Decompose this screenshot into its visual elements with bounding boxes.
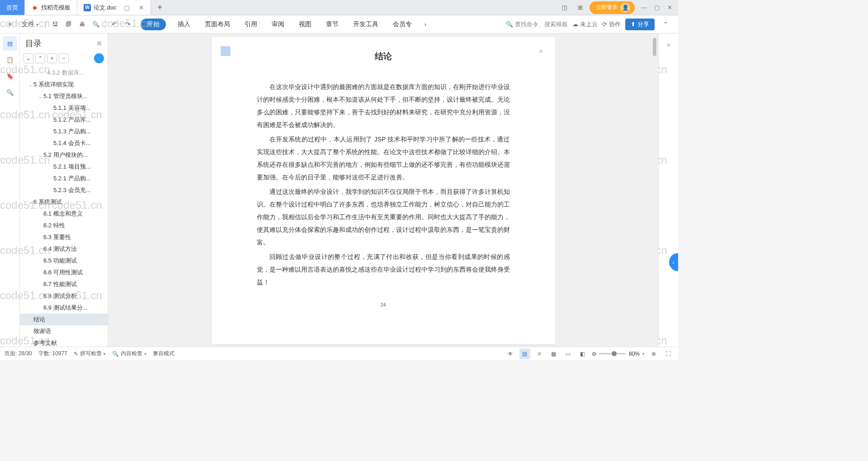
outline-item-truncated[interactable]: 4.3.2 数据库... xyxy=(20,67,108,79)
doc-paragraph: 在这次毕业设计中遇到的最困难的方面就是在数据库方面的知识，在刚开始进行毕业设计的… xyxy=(257,80,510,131)
badge-icon[interactable] xyxy=(94,53,104,63)
tab-home[interactable]: 首页 xyxy=(0,0,25,15)
more-icon[interactable]: › xyxy=(419,18,432,31)
outline-view2-icon[interactable]: ≡ xyxy=(534,348,545,359)
minimize-button[interactable]: — xyxy=(638,2,650,14)
caret-icon[interactable]: ⌃ xyxy=(659,18,672,31)
outline-item[interactable]: 6.9 测试结果分... xyxy=(20,302,108,314)
word-counter[interactable]: 字数: 10977 xyxy=(38,350,67,358)
doc-paragraph: 回顾过去做毕业设计的整个过程，充满了付出和收获，但是当你看到成果的时候的感觉，是… xyxy=(257,250,510,288)
outline-item[interactable]: 5.1.2 产品库... xyxy=(20,114,108,126)
spellcheck-button[interactable]: ✎拼写检查 ▾ xyxy=(74,350,106,358)
close-icon[interactable]: ✕ xyxy=(139,4,144,11)
chevron-down-icon[interactable]: ⌄ xyxy=(37,153,43,158)
outline-item[interactable]: ⌄5 系统详细实现 xyxy=(20,79,108,90)
scrollbar-vertical[interactable] xyxy=(652,33,657,347)
outline-item[interactable]: ⌄5.2 用户模块的... xyxy=(20,149,108,161)
markup-icon[interactable]: ◧ xyxy=(577,348,588,359)
outline-close-icon[interactable]: ✕ xyxy=(96,39,102,48)
outline-item[interactable]: 5.1.3 产品购... xyxy=(20,126,108,137)
chevron-down-icon[interactable]: ⌄ xyxy=(27,200,33,205)
outline-item[interactable]: 5.2.3 会员充... xyxy=(20,184,108,196)
ribbon-tab-8[interactable]: 会员专 xyxy=(390,19,415,30)
expand-all-icon[interactable]: ⌃ xyxy=(35,53,45,63)
external-icon[interactable]: ▢ xyxy=(124,4,130,11)
outline-item[interactable]: 致谢语 xyxy=(20,325,108,337)
outline-item[interactable]: ⌄6 系统测试 xyxy=(20,196,108,208)
search-placeholder: 查找命令、搜索模板 xyxy=(515,20,568,28)
undo-icon[interactable]: ↶ xyxy=(108,18,121,31)
close-button[interactable]: ✕ xyxy=(664,2,675,14)
tab-document[interactable]: W 论文.doc ▢ ✕ xyxy=(77,0,151,15)
outline-item[interactable]: 5.2.1 项目预... xyxy=(20,161,108,173)
outline-item[interactable]: 5.1.1 美容项... xyxy=(20,102,108,114)
zoom-out-icon[interactable]: ⊖ xyxy=(592,351,596,357)
outline-item[interactable]: 6.8 测试分析 xyxy=(20,290,108,302)
outline-item[interactable]: 6.7 性能测试 xyxy=(20,278,108,290)
add-icon[interactable]: + xyxy=(47,53,57,63)
page-view-icon[interactable]: ▤ xyxy=(519,348,530,359)
ribbon-tab-7[interactable]: 开发工具 xyxy=(350,19,381,30)
clipboard-icon[interactable]: 📋 xyxy=(3,52,17,67)
fullscreen-icon[interactable]: ⛶ xyxy=(663,348,674,359)
ribbon-tab-0[interactable]: 开始 xyxy=(141,19,166,30)
eye-icon[interactable]: 👁 xyxy=(505,348,516,359)
web-view-icon[interactable]: ▦ xyxy=(548,348,559,359)
outline-item[interactable]: ⌄5.1 管理员模块... xyxy=(20,90,108,102)
page-menu-icon[interactable]: ≡ xyxy=(536,46,546,56)
outline-item[interactable]: 6.2 特性 xyxy=(20,220,108,231)
outline-view-icon[interactable]: ▤ xyxy=(3,36,17,51)
content-check-button[interactable]: 🔍内容检查 ▾ xyxy=(112,350,146,358)
save-icon[interactable]: 🖫 xyxy=(49,18,61,31)
redo-icon[interactable]: ↷ xyxy=(122,18,134,31)
tab-template[interactable]: ◆ 找稻壳模板 xyxy=(25,0,77,15)
bookmark-icon[interactable]: 🔖 xyxy=(3,69,17,83)
remove-icon[interactable]: − xyxy=(59,53,69,63)
compat-mode[interactable]: 兼容模式 xyxy=(153,350,175,358)
print-icon[interactable]: 🖶 xyxy=(76,18,89,31)
page-counter[interactable]: 页面: 28/30 xyxy=(5,350,32,358)
tab-add-button[interactable]: + xyxy=(151,0,169,15)
outline-item[interactable]: 5.2.1 产品购... xyxy=(20,173,108,184)
collab-button[interactable]: ⟳ 协作 xyxy=(602,20,621,28)
outline-item[interactable]: 5.1.4 会员卡... xyxy=(20,137,108,149)
ribbon-tab-4[interactable]: 审阅 xyxy=(269,19,287,30)
outline-item-label: 6.5 功能测试 xyxy=(43,257,77,265)
outline-item[interactable]: 6.3 重要性 xyxy=(20,231,108,243)
collapse-all-icon[interactable]: ⌄ xyxy=(24,53,33,63)
chevron-down-icon[interactable]: ⌄ xyxy=(37,94,43,99)
outline-item[interactable]: 6.1 概念和意义 xyxy=(20,208,108,220)
outline-item-label: 结论 xyxy=(33,315,45,324)
save-as-icon[interactable]: 🗐 xyxy=(62,18,75,31)
outline-item[interactable]: 结论 xyxy=(20,314,108,325)
login-label: 立即登录 xyxy=(596,4,618,11)
zoom-slider[interactable] xyxy=(599,353,626,354)
outline-item[interactable]: 参考文献 xyxy=(20,337,108,347)
share-button[interactable]: ⬆ 分享 xyxy=(625,19,655,30)
search-rail-icon[interactable]: 🔍 xyxy=(3,85,17,99)
ribbon-tab-3[interactable]: 引用 xyxy=(242,19,260,30)
ribbon-tab-1[interactable]: 插入 xyxy=(175,19,193,30)
ribbon-tab-2[interactable]: 页面布局 xyxy=(202,19,233,30)
right-menu-icon[interactable]: ≡ xyxy=(662,38,675,52)
zoom-control[interactable]: ⊖ 80% ▾ xyxy=(592,351,645,357)
search-input[interactable]: 🔍 查找命令、搜索模板 xyxy=(506,20,568,28)
maximize-button[interactable]: ▢ xyxy=(651,2,663,14)
read-view-icon[interactable]: ▭ xyxy=(563,348,574,359)
outline-item[interactable]: 6.6 可用性测试 xyxy=(20,267,108,278)
login-button[interactable]: 立即登录 👤 xyxy=(590,1,635,14)
print-preview-icon[interactable]: 🔍 xyxy=(90,18,102,31)
page-badge-icon[interactable] xyxy=(221,46,231,56)
chevron-down-icon[interactable]: ⌄ xyxy=(27,82,33,87)
outline-item[interactable]: 6.5 功能测试 xyxy=(20,255,108,267)
outline-item-label: 5.1.1 美容项... xyxy=(53,104,90,112)
apps-icon[interactable]: ⊞ xyxy=(574,2,586,14)
layout-icon[interactable]: ◫ xyxy=(559,2,571,14)
outline-item[interactable]: 6.4 测试方法 xyxy=(20,243,108,255)
file-menu[interactable]: 文件 ▾ xyxy=(17,20,43,28)
ribbon-tab-5[interactable]: 视图 xyxy=(296,19,314,30)
ribbon-tab-6[interactable]: 章节 xyxy=(323,19,341,30)
fit-icon[interactable]: ⊕ xyxy=(648,348,659,359)
menu-icon[interactable]: ≡ xyxy=(4,18,16,31)
cloud-status[interactable]: ☁ 未上云 xyxy=(572,20,598,28)
